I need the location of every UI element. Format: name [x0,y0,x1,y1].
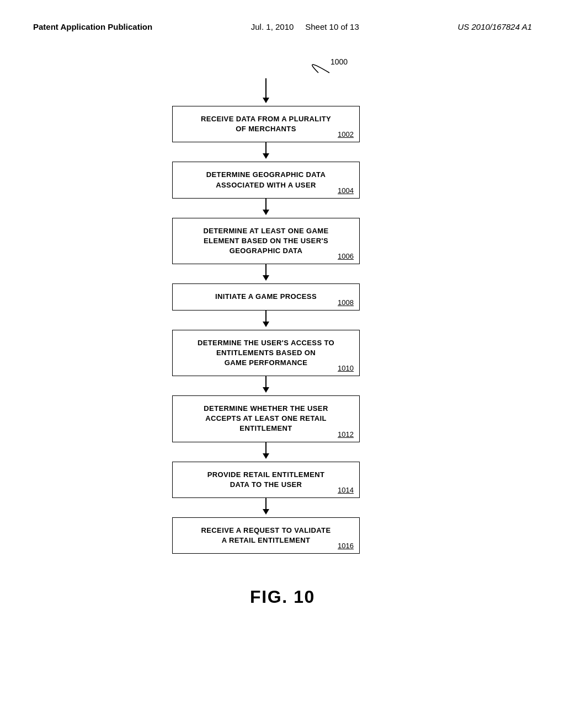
svg-marker-16 [263,509,269,515]
flow-box-1002: RECEIVE DATA FROM A PLURALITYOF MERCHANT… [172,106,360,142]
svg-marker-4 [263,153,269,159]
figure-label: FIG. 10 [0,587,565,607]
page-header: Patent Application Publication Jul. 1, 2… [0,0,565,42]
flow-box-1012: DETERMINE WHETHER THE USERACCEPTS AT LEA… [172,395,360,442]
arrow-2 [260,199,271,218]
flow-box-1004-num: 1004 [338,186,354,195]
svg-marker-2 [263,98,269,103]
flow-box-1014-text: PROVIDE RETAIL ENTITLEMENTDATA TO THE US… [182,470,350,490]
flow-box-1016-text: RECEIVE A REQUEST TO VALIDATEA RETAIL EN… [182,526,350,545]
header-sheet: Sheet 10 of 13 [305,22,359,31]
flow-box-1002-text: RECEIVE DATA FROM A PLURALITYOF MERCHANT… [182,114,350,134]
svg-marker-6 [263,210,269,215]
svg-marker-10 [263,322,269,327]
flow-box-1008-num: 1008 [338,298,354,307]
flow-box-1006-text: DETERMINE AT LEAST ONE GAMEELEMENT BASED… [182,226,350,256]
svg-marker-14 [263,453,269,459]
header-patent-number: US 2010/167824 A1 [457,22,532,31]
flow-box-1006-num: 1006 [338,252,354,260]
arrow-5 [260,376,271,395]
flow-box-1008: INITIATE A GAME PROCESS 1008 [172,283,360,310]
flow-box-1016: RECEIVE A REQUEST TO VALIDATEA RETAIL EN… [172,517,360,554]
flow-box-1002-num: 1002 [338,130,354,138]
flow-box-1010-num: 1010 [338,364,354,372]
flow-box-1010: DETERMINE THE USER'S ACCESS TOENTITLEMEN… [172,330,360,377]
flow-box-1008-text: INITIATE A GAME PROCESS [182,292,350,302]
header-date-sheet: Jul. 1, 2010 Sheet 10 of 13 [251,22,359,31]
svg-marker-8 [263,275,269,281]
flow-box-1006: DETERMINE AT LEAST ONE GAMEELEMENT BASED… [172,218,360,265]
svg-text:1000: 1000 [331,57,348,66]
arrow-4 [260,311,271,330]
arrow-7 [260,498,271,517]
flow-box-1004: DETERMINE GEOGRAPHIC DATAASSOCIATED WITH… [172,162,360,198]
flow-box-1014: PROVIDE RETAIL ENTITLEMENTDATA TO THE US… [172,462,360,498]
arrow-6 [260,442,271,462]
arrow-1 [260,142,271,162]
flow-box-1014-num: 1014 [338,486,354,494]
header-publication-label: Patent Application Publication [33,22,152,31]
arrow-3 [260,264,271,283]
header-date: Jul. 1, 2010 [251,22,294,31]
flow-box-1012-num: 1012 [338,430,354,438]
flow-box-1004-text: DETERMINE GEOGRAPHIC DATAASSOCIATED WITH… [182,170,350,190]
svg-marker-12 [263,387,269,393]
flow-diagram: 1000 RECEIVE DATA FROM A PLURALITYOF MER… [0,42,565,570]
flow-box-1012-text: DETERMINE WHETHER THE USERACCEPTS AT LEA… [182,404,350,434]
flow-box-1010-text: DETERMINE THE USER'S ACCESS TOENTITLEMEN… [182,338,350,368]
flow-box-1016-num: 1016 [338,542,354,550]
